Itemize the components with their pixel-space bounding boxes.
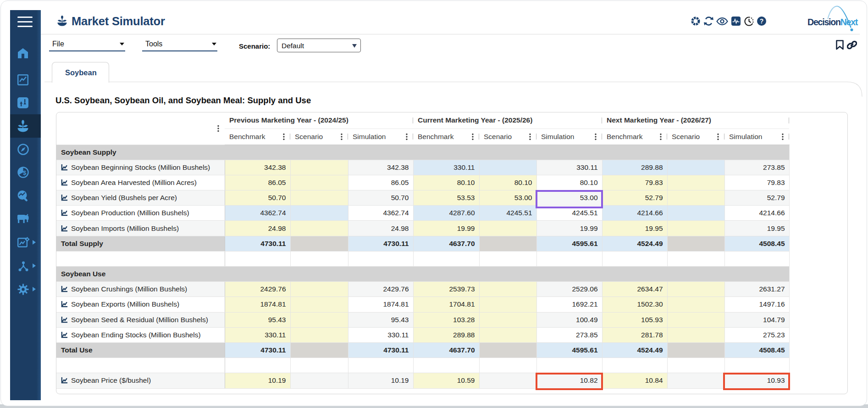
svg-text:$: $ (23, 169, 27, 176)
svg-text:?: ? (760, 17, 764, 25)
